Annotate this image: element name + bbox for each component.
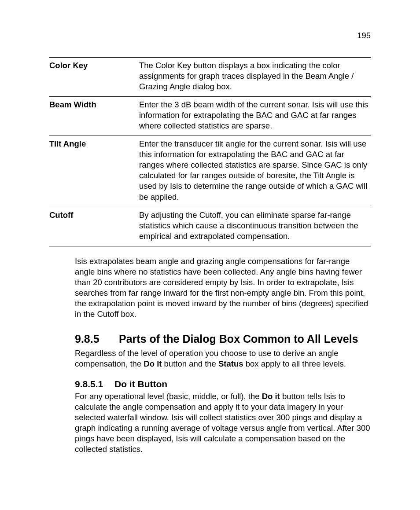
text: button tells Isis to calculate the angle… bbox=[75, 392, 370, 454]
text: button and the bbox=[162, 359, 218, 368]
text: For any operational level (basic, middle… bbox=[75, 392, 262, 401]
term-cell: Beam Width bbox=[49, 97, 139, 136]
table-row: Color Key The Color Key button displays … bbox=[49, 58, 371, 97]
desc-cell: Enter the transducer tilt angle for the … bbox=[139, 136, 371, 207]
section-intro-paragraph: Regardless of the level of operation you… bbox=[75, 348, 371, 369]
subsection-number: 9.8.5.1 bbox=[75, 379, 114, 389]
section-heading: 9.8.5Parts of the Dialog Box Common to A… bbox=[75, 333, 371, 345]
page: 195 Color Key The Color Key button displ… bbox=[0, 0, 420, 510]
section-number: 9.8.5 bbox=[75, 333, 119, 345]
extrapolation-paragraph: Isis extrapolates beam angle and grazing… bbox=[75, 256, 371, 319]
do-it-label: Do it bbox=[144, 359, 162, 368]
desc-cell: The Color Key button displays a box indi… bbox=[139, 58, 371, 97]
subsection-title: Do it Button bbox=[114, 379, 167, 389]
do-it-label: Do it bbox=[262, 392, 280, 401]
page-number: 195 bbox=[357, 31, 371, 40]
subsection-heading: 9.8.5.1Do it Button bbox=[75, 379, 371, 389]
table-row: Beam Width Enter the 3 dB beam width of … bbox=[49, 97, 371, 136]
table-row: Cutoff By adjusting the Cutoff, you can … bbox=[49, 207, 371, 246]
do-it-paragraph: For any operational level (basic, middle… bbox=[75, 391, 371, 455]
status-label: Status bbox=[218, 359, 243, 368]
term-cell: Cutoff bbox=[49, 207, 139, 246]
term-cell: Tilt Angle bbox=[49, 136, 139, 207]
definitions-table: Color Key The Color Key button displays … bbox=[49, 57, 371, 246]
term-cell: Color Key bbox=[49, 58, 139, 97]
desc-cell: By adjusting the Cutoff, you can elimina… bbox=[139, 207, 371, 246]
text: box apply to all three levels. bbox=[243, 359, 346, 368]
desc-cell: Enter the 3 dB beam width of the current… bbox=[139, 97, 371, 136]
section-title: Parts of the Dialog Box Common to All Le… bbox=[119, 333, 358, 345]
table-row: Tilt Angle Enter the transducer tilt ang… bbox=[49, 136, 371, 207]
